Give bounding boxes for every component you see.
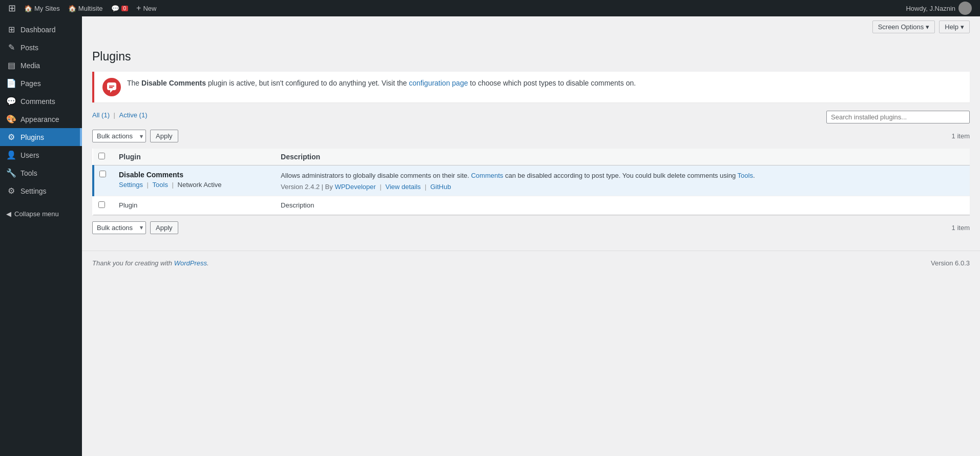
bulk-actions-select-bottom[interactable]: Bulk actions [92,221,146,234]
screen-options-chevron-icon: ▾ [926,23,929,31]
avatar [958,2,972,15]
item-count-bottom: 1 item [952,224,970,232]
filter-active-label: Active [119,111,137,119]
bulk-actions-wrap-bottom: Bulk actions ▾ [92,221,146,234]
help-label: Help [945,23,958,31]
apply-button-top[interactable]: Apply [150,130,178,142]
comments-link-in-desc[interactable]: Comments [471,172,503,179]
item-count-top: 1 item [952,132,970,140]
sidebar-item-pages[interactable]: 📄 Pages [0,74,82,92]
adminbar-right: Howdy, J.Naznin [902,2,976,15]
col-plugin-header: Plugin [114,149,276,165]
howdy-menu[interactable]: Howdy, J.Naznin [902,2,976,15]
comments-icon: 💬 [111,5,119,12]
footer-row-checkbox[interactable] [98,201,105,208]
multisite-link[interactable]: 🏠 Multisite [64,0,107,16]
wp-wrap: ⊞ Dashboard ✎ Posts ▤ Media 📄 Pages 💬 Co… [0,16,980,456]
plugin-checkbox[interactable] [99,171,106,177]
appearance-icon: 🎨 [6,114,16,124]
sidebar-item-media[interactable]: ▤ Media [0,56,82,74]
footer-wordpress-link[interactable]: WordPress [174,259,207,267]
plugin-tools-link[interactable]: Tools [153,181,168,189]
by-label: By [325,183,333,191]
plugin-settings-link[interactable]: Settings [119,181,143,189]
sidebar-item-label: Settings [20,187,47,195]
tablenav-top: Bulk actions ▾ Apply 1 item [92,128,970,144]
select-all-checkbox-top[interactable] [98,153,105,159]
notice-before: The [127,79,141,87]
my-sites-label: My Sites [34,5,60,12]
plugins-icon: ⚙ [6,132,16,142]
sidebar-item-label: Media [20,61,40,70]
page-footer: Thank you for creating with WordPress. V… [82,251,980,275]
search-input[interactable] [826,111,970,123]
filter-all-link[interactable]: All (1) [92,111,110,119]
multisite-icon: 🏠 [68,5,76,12]
notice-text: The Disable Comments plugin is active, b… [127,78,636,89]
new-label: New [143,5,156,12]
media-icon: ▤ [6,60,16,70]
bulk-actions-wrap-top: Bulk actions ▾ [92,130,146,142]
wp-logo-icon[interactable]: ⊞ [4,3,20,14]
notice-plugin-name: Disable Comments [141,79,206,87]
tablenav-bottom: Bulk actions ▾ Apply 1 item [92,219,970,236]
sidebar-item-dashboard[interactable]: ⊞ Dashboard [0,20,82,38]
search-box [826,111,970,123]
collapse-menu-button[interactable]: ◀ Collapse menu [0,204,82,224]
col-cb [93,149,114,165]
plugin-name-cell: Disable Comments Settings | Tools | Netw… [114,165,276,196]
table-header-row: Plugin Description [93,149,970,165]
plugin-description-cell: Allows administrators to globally disabl… [276,165,970,196]
filter-active-count: (1) [139,111,148,119]
sidebar-item-label: Users [20,151,39,159]
footer-thank-you: Thank you for creating with WordPress. [92,259,209,267]
page-title: Plugins [92,50,131,64]
sidebar-item-plugins[interactable]: ⚙ Plugins [0,128,82,146]
help-button[interactable]: Help ▾ [939,20,970,33]
disable-comments-icon [102,78,121,96]
plugin-network-active-label: Network Active [178,181,222,189]
comments-nav-icon: 💬 [6,96,16,106]
screen-meta-links: Screen Options ▾ Help ▾ [82,16,980,33]
notice-config-link[interactable]: configuration page [409,79,468,87]
sidebar-item-users[interactable]: 👤 Users [0,146,82,164]
multisite-label: Multisite [78,5,103,12]
view-details-link[interactable]: View details [385,183,421,191]
sidebar-item-label: Plugins [20,133,44,141]
github-link[interactable]: GitHub [430,183,451,191]
col-description-header: Description [276,149,970,165]
dashboard-icon: ⊞ [6,25,16,34]
screen-options-button[interactable]: Screen Options ▾ [872,20,935,33]
filter-links: All (1) | Active (1) [92,111,148,119]
sidebar-item-posts[interactable]: ✎ Posts [0,38,82,56]
sidebar-item-appearance[interactable]: 🎨 Appearance [0,110,82,128]
tools-icon: 🔧 [6,168,16,178]
bulk-actions-select-top[interactable]: Bulk actions [92,130,146,142]
new-content-menu[interactable]: + New [132,0,160,16]
my-sites-menu[interactable]: 🏠 My Sites [20,0,64,16]
sidebar-item-label: Comments [20,97,55,106]
comments-count-badge: 0 [121,6,129,11]
sidebar-item-settings[interactable]: ⚙ Settings [0,182,82,200]
apply-button-bottom[interactable]: Apply [150,221,178,234]
plugin-meta: Version 2.4.2 | By WPDeveloper | View de… [281,183,965,191]
users-icon: 👤 [6,150,16,160]
plugin-notice: The Disable Comments plugin is active, b… [92,72,970,102]
sidebar-item-comments[interactable]: 💬 Comments [0,92,82,110]
filter-active-link[interactable]: Active (1) [119,111,148,119]
my-sites-icon: 🏠 [24,5,32,12]
notice-end: to choose which post types to disable co… [468,79,636,87]
footer-text: Thank you for creating with [92,259,174,267]
comments-link[interactable]: 💬 0 [107,0,133,16]
tools-link-in-desc[interactable]: Tools [738,172,753,179]
filter-all-count: (1) [101,111,110,119]
sidebar-item-tools[interactable]: 🔧 Tools [0,164,82,182]
table-row-footer: Plugin Description [93,196,970,215]
footer-version: Version 6.0.3 [931,259,970,267]
plugin-name: Disable Comments [119,171,270,179]
sidebar-item-label: Dashboard [20,26,56,34]
collapse-menu-label: Collapse menu [14,210,59,218]
plugin-author-link[interactable]: WPDeveloper [335,183,376,191]
sidebar-item-label: Pages [20,79,41,88]
admin-menu: ⊞ Dashboard ✎ Posts ▤ Media 📄 Pages 💬 Co… [0,16,82,456]
